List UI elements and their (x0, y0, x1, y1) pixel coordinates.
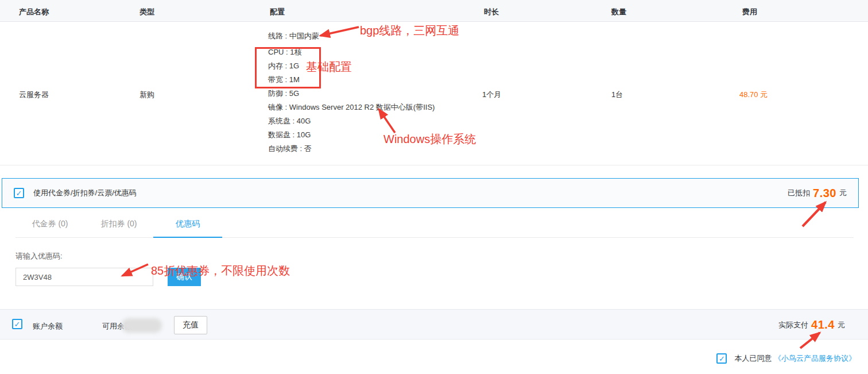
column-cost: 费用 (742, 7, 757, 17)
column-quantity: 数量 (611, 7, 626, 17)
product-quantity: 1台 (611, 90, 623, 100)
product-type: 新购 (140, 90, 154, 100)
recharge-button[interactable]: 充值 (174, 316, 207, 334)
annotation-base-config: 基础配置 (306, 59, 352, 75)
deducted-unit: 元 (839, 188, 847, 198)
promo-code-input[interactable] (16, 268, 153, 286)
config-line-cpu: CPU : 1核 (268, 45, 435, 59)
column-product-name: 产品名称 (19, 7, 49, 17)
column-type: 类型 (140, 7, 154, 17)
deducted-amount-group: 已抵扣 7.30 元 (788, 187, 847, 200)
agreement-text: 本人已同意 (734, 353, 772, 364)
actual-pay-prefix: 实际支付 (778, 320, 808, 330)
config-line-system-disk: 系统盘 : 40G (268, 114, 435, 128)
check-icon: ✓ (719, 355, 725, 363)
column-config: 配置 (270, 7, 285, 17)
agreement-row: ✓ 本人已同意 《小鸟云产品服务协议》 (716, 353, 856, 364)
redacted-balance-value (122, 318, 162, 333)
config-line-bandwidth: 带宽 : 1M (268, 73, 435, 87)
actual-pay-amount: 41.4 (811, 318, 835, 331)
deducted-amount: 7.30 (813, 187, 836, 200)
tab-cash-coupon[interactable]: 代金券 (0) (16, 219, 84, 238)
annotation-bgp-line: bgp线路，三网互通 (360, 23, 459, 38)
coupon-section-bar: ✓ 使用代金券/折扣券/云票/优惠码 已抵扣 7.30 元 (2, 178, 859, 208)
tab-discount-coupon[interactable]: 折扣券 (0) (84, 219, 153, 238)
check-icon: ✓ (16, 190, 22, 197)
product-name: 云服务器 (19, 90, 49, 100)
config-line-defense: 防御 : 5G (268, 87, 435, 101)
actual-pay-unit: 元 (838, 320, 845, 330)
use-balance-checkbox[interactable]: ✓ (12, 319, 22, 329)
product-duration: 1个月 (482, 90, 501, 100)
tab-promo-code[interactable]: 优惠码 (153, 219, 222, 238)
agree-checkbox[interactable]: ✓ (716, 353, 727, 364)
promo-code-label: 请输入优惠码: (16, 251, 63, 261)
balance-label: 账户余额 (33, 321, 63, 331)
coupon-tabs: 代金券 (0) 折扣券 (0) 优惠码 (16, 219, 854, 238)
account-balance-bar: ✓ 账户余额 可用余额 充值 实际支付 41.4 元 (0, 309, 868, 340)
order-table-header: 产品名称 类型 配置 时长 数量 费用 (0, 0, 868, 22)
deducted-prefix: 已抵扣 (788, 188, 810, 198)
check-icon: ✓ (14, 321, 21, 328)
annotation-windows-os: Windows操作系统 (383, 132, 476, 147)
use-coupon-checkbox[interactable]: ✓ (14, 188, 24, 198)
annotation-coupon-note: 85折优惠券，不限使用次数 (151, 263, 290, 279)
use-coupon-label: 使用代金券/折扣券/云票/优惠码 (33, 188, 137, 198)
product-price: 48.70 元 (739, 90, 768, 100)
actual-pay-group: 实际支付 41.4 元 (778, 310, 845, 340)
config-line-image: 镜像 : Windows Server 2012 R2 数据中心版(带IIS) (268, 101, 435, 114)
column-duration: 时长 (484, 7, 499, 17)
service-agreement-link[interactable]: 《小鸟云产品服务协议》 (774, 353, 856, 364)
